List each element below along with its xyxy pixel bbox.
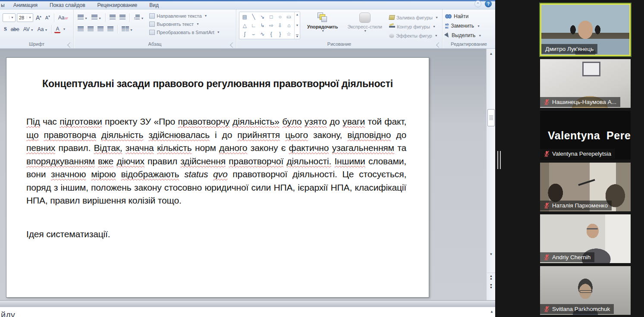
- participant-tile-3[interactable]: Наталія Пархоменко: [540, 163, 631, 211]
- align-left-button[interactable]: [76, 26, 85, 33]
- change-case-button[interactable]: Aa▼: [36, 26, 49, 33]
- paragraph-menu-item-2[interactable]: Преобразовать в SmartArt▼: [149, 28, 220, 36]
- line-spacing-button[interactable]: ↕▼: [132, 14, 145, 21]
- shape-icon-12[interactable]: ʃ: [240, 30, 249, 38]
- shape-icon-14[interactable]: ∿: [258, 30, 267, 38]
- shape-icon-2[interactable]: ↘: [258, 13, 267, 21]
- shape-icon-13[interactable]: ⌣: [249, 30, 258, 38]
- shape-icon-1[interactable]: ╲: [249, 13, 258, 21]
- participant-name: Andriy Chernih: [552, 254, 591, 261]
- previous-slide-button[interactable]: ▲▲: [487, 273, 495, 281]
- select-cursor-icon: [444, 32, 451, 39]
- shape-icon-3[interactable]: □: [267, 13, 276, 21]
- word: НПА,: [331, 182, 352, 192]
- misspelled-word: певних: [26, 143, 55, 153]
- menu-item-label: Заменить: [451, 23, 474, 29]
- text-shadow-button[interactable]: S: [3, 25, 8, 33]
- font-name-combo[interactable]: ▼: [3, 13, 16, 22]
- ribbon-tab-1[interactable]: Анимация: [7, 1, 44, 9]
- editing-item-2[interactable]: Выделить▼: [445, 31, 493, 40]
- participant-tile-4[interactable]: Andriy Chernih: [540, 214, 631, 263]
- participant-tile-1[interactable]: Нашинець-Наумова А...: [540, 59, 631, 108]
- menu-item-icon: [149, 13, 155, 19]
- participant-tile-0[interactable]: Дмитро Лук'янець: [540, 3, 631, 56]
- columns-button[interactable]: ▼: [120, 26, 134, 33]
- misspelled-word: вже: [98, 156, 113, 166]
- participant-tile-2[interactable]: Valentyna Perep...Valentyna Perepelytsia: [540, 111, 631, 160]
- scrollbar-thumb[interactable]: [487, 109, 495, 126]
- scroll-up-button[interactable]: ▲: [487, 50, 495, 57]
- shape-icon-8[interactable]: ↳: [258, 21, 267, 30]
- participant-tile-5[interactable]: Svitlana Parkhomchuk: [540, 266, 631, 315]
- shape-icon-17[interactable]: ☆: [285, 30, 294, 38]
- scroll-up-icon[interactable]: ▲: [296, 13, 299, 16]
- slide-body-text[interactable]: Під час підготовки проекту ЗУ «Про право…: [26, 115, 406, 241]
- help-button[interactable]: ?: [485, 0, 492, 7]
- bullets-button[interactable]: ▼: [76, 14, 89, 21]
- slide-canvas[interactable]: Концептуальні засади правового регулюван…: [6, 57, 429, 298]
- shape-icon-7[interactable]: ∟: [249, 21, 258, 30]
- shapes-gallery-scrollbar[interactable]: ▲ ▼ ▼: [294, 12, 300, 39]
- scroll-down-icon[interactable]: ▼: [296, 24, 299, 27]
- shape-icon-11[interactable]: ⌂: [285, 21, 294, 30]
- quick-styles-button[interactable]: Экспресс-стили ▼: [345, 12, 385, 32]
- misspelled-word: підготовки: [60, 116, 102, 126]
- shape-icon-9[interactable]: ⇨: [267, 21, 276, 30]
- ribbon-tab-3[interactable]: Рецензирование: [91, 1, 144, 9]
- ribbon-window-controls: ⌃ ?: [474, 0, 492, 7]
- notes-splitter[interactable]: [0, 300, 495, 307]
- notes-pane[interactable]: йду ▲: [0, 307, 495, 317]
- word: закону,: [313, 130, 342, 140]
- shape-icon-16[interactable]: }: [276, 30, 285, 38]
- word: час: [43, 116, 57, 126]
- shape-icon-10[interactable]: ⇩: [276, 21, 285, 30]
- drawing-menu-item-2[interactable]: Эффекты фигур▼: [389, 31, 438, 40]
- ribbon-group-font: ▼ 28 ▼ A▴ A▾ Aa S abe AV▼ Aa▼: [0, 9, 74, 48]
- decrease-indent-button[interactable]: [108, 14, 117, 21]
- menu-item-label: Выровнять текст: [157, 22, 194, 27]
- misspelled-word: фактично: [289, 143, 329, 153]
- ribbon-tab-2[interactable]: Показ слайдов: [44, 1, 91, 9]
- font-dialog-launcher[interactable]: [67, 42, 73, 48]
- font-size-combo[interactable]: 28 ▼: [17, 13, 33, 22]
- drawing-menu-item-0[interactable]: Заливка фигуры▼: [389, 13, 438, 22]
- paragraph-menu-item-1[interactable]: Выровнять текст▼: [149, 20, 220, 28]
- collapse-ribbon-button[interactable]: ⌃: [474, 0, 481, 7]
- strikethrough-button[interactable]: abe: [9, 26, 21, 33]
- participant-name-label: Andriy Chernih: [540, 252, 594, 262]
- arrange-button[interactable]: Упорядочить ▼: [305, 12, 341, 32]
- increase-font-button[interactable]: A▴: [35, 14, 43, 22]
- increase-indent-button[interactable]: [118, 14, 127, 21]
- sidebar-resize-handle[interactable]: [497, 151, 501, 169]
- shape-icon-5[interactable]: ▭: [285, 13, 294, 21]
- shape-icon-15[interactable]: {: [267, 30, 276, 38]
- align-right-button[interactable]: [96, 26, 105, 33]
- more-shapes-icon[interactable]: ▼: [296, 35, 299, 38]
- drawing-menu-item-1[interactable]: Контур фигуры▼: [389, 22, 438, 31]
- shape-icon-6[interactable]: △: [240, 21, 249, 30]
- next-slide-button[interactable]: ▼▼: [487, 282, 495, 291]
- font-color-button[interactable]: A: [54, 25, 60, 33]
- character-spacing-button[interactable]: AV▼: [22, 26, 35, 33]
- paragraph-dialog-launcher[interactable]: [230, 42, 236, 48]
- ribbon-tab-0[interactable]: ы: [0, 1, 7, 9]
- notes-scroll-up-icon[interactable]: ▲: [490, 310, 493, 314]
- clear-formatting-button[interactable]: Aa: [57, 14, 69, 21]
- word: систематизації.: [46, 229, 110, 239]
- ribbon-tab-4[interactable]: Вид: [143, 1, 165, 9]
- decrease-font-button[interactable]: A▾: [44, 14, 51, 21]
- vertical-scrollbar[interactable]: ▲ ▼ ▲▲ ▼▼: [486, 49, 495, 300]
- misspelled-word: правотворчої: [229, 156, 283, 166]
- shape-icon-0[interactable]: ▤: [240, 13, 249, 21]
- justify-button[interactable]: [106, 26, 115, 33]
- shape-icon-4[interactable]: ○: [276, 13, 285, 21]
- scroll-down-button[interactable]: ▼: [487, 251, 495, 258]
- editing-item-0[interactable]: Найти: [445, 12, 493, 21]
- drawing-dialog-launcher[interactable]: [436, 42, 442, 48]
- paragraph-menu-item-0[interactable]: Направление текста▼: [149, 12, 220, 20]
- align-center-button[interactable]: [86, 26, 95, 33]
- numbering-button[interactable]: ▼: [90, 14, 103, 21]
- participant-display-name: Valentyna Perep...: [548, 129, 631, 142]
- editing-item-1[interactable]: abacЗаменить▼: [445, 21, 493, 31]
- slide-title[interactable]: Концептуальні засади правового регулюван…: [28, 76, 408, 92]
